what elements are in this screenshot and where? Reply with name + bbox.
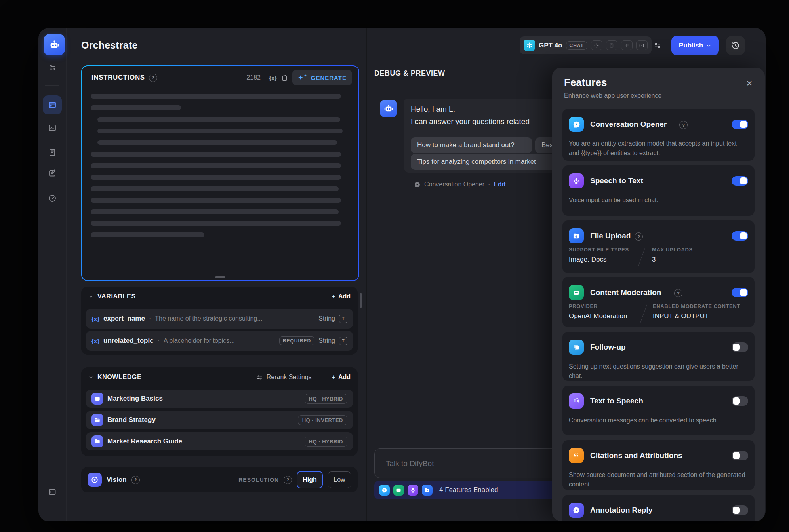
resize-handle[interactable]	[215, 276, 225, 278]
dataset-folder-icon	[91, 414, 103, 426]
knowledge-name: Marketing Basics	[107, 395, 163, 403]
add-knowledge-button[interactable]: +Add	[332, 374, 351, 381]
file-upload-icon	[569, 228, 584, 243]
conversation-opener-icon	[414, 181, 421, 188]
dataset-folder-icon	[91, 393, 103, 405]
instructions-panel[interactable]: INSTRUCTIONS ? 2182 {x} ✦✦ GENERATE	[81, 65, 359, 281]
knowledge-row[interactable]: Brand Strategy HQ · INVERTED	[86, 411, 353, 429]
rerank-settings-button[interactable]: Rerank Settings	[256, 374, 312, 381]
sidebar-item-orchestrate[interactable]	[43, 95, 62, 114]
column-divider	[366, 28, 367, 521]
greeting-line: I can answer your questions related	[411, 117, 530, 126]
generate-button[interactable]: ✦✦ GENERATE	[292, 70, 352, 85]
file-upload-mini-icon	[422, 485, 433, 496]
edit-opener-link[interactable]: Edit	[494, 181, 505, 188]
feature-desc: Voice input can be used in chat.	[569, 196, 747, 205]
model-mode-badge: CHAT	[566, 41, 587, 50]
collapse-sidebar-icon[interactable]	[47, 486, 58, 498]
content-moderation-mini-icon	[393, 485, 404, 496]
sidebar-item-monitoring-icon[interactable]	[47, 193, 58, 204]
toggle-follow-up[interactable]	[732, 342, 748, 352]
variable-icon: {x}	[91, 338, 99, 344]
toggle-text-to-speech[interactable]	[732, 396, 748, 406]
history-icon	[731, 41, 740, 50]
scrollbar-thumb[interactable]	[360, 293, 362, 308]
knowledge-row[interactable]: Marketing Basics HQ · HYBRID	[86, 390, 353, 408]
variable-desc: A placeholder for topics...	[164, 337, 275, 344]
sidebar-divider	[45, 85, 59, 86]
follow-up-icon	[569, 340, 584, 355]
knowledge-row[interactable]: Market Research Guide HQ · HYBRID	[86, 432, 353, 450]
help-icon[interactable]: ?	[674, 289, 682, 297]
resolution-high-button[interactable]: High	[297, 471, 323, 488]
feature-card-file-upload: File Upload ? SUPPORT FILE TYPES Image, …	[562, 220, 755, 273]
divider	[265, 74, 265, 82]
skeleton-line	[91, 186, 339, 191]
speech-to-text-icon	[569, 173, 584, 188]
variable-icon: {x}	[91, 315, 99, 322]
char-count: 2182	[246, 74, 261, 81]
instructions-skeleton-text	[91, 94, 349, 244]
toggle-conversation-opener[interactable]	[732, 120, 748, 129]
string-type-icon: T	[339, 337, 347, 345]
chevron-down-icon[interactable]	[88, 294, 93, 299]
variable-row[interactable]: {x} unrelated_topic · A placeholder for …	[86, 331, 353, 351]
publish-label: Publish	[679, 42, 703, 49]
version-history-button[interactable]	[726, 36, 745, 55]
model-name: GPT-4o	[539, 42, 562, 49]
chevron-down-icon[interactable]	[88, 375, 93, 380]
resolution-low-button[interactable]: Low	[328, 471, 351, 488]
skeleton-line	[91, 94, 341, 99]
variable-row[interactable]: {x} expert_name · The name of the strate…	[86, 309, 353, 329]
field-support-file-types: SUPPORT FILE TYPES Image, Docs	[569, 247, 629, 264]
publish-button[interactable]: Publish	[671, 36, 719, 55]
chevron-down-icon	[706, 43, 711, 48]
variable-desc: The name of the strategic consulting...	[155, 315, 314, 322]
sidebar-item-terminal-icon[interactable]	[47, 122, 58, 133]
skeleton-line	[91, 163, 341, 168]
toggle-content-moderation[interactable]	[732, 288, 748, 297]
app-settings-icon[interactable]	[47, 62, 58, 73]
plus-icon: +	[332, 374, 335, 381]
variables-insert-icon[interactable]: {x}	[269, 74, 277, 81]
add-variable-button[interactable]: +Add	[332, 293, 351, 300]
feature-card-follow-up: Follow-up Setting up next questions sugg…	[562, 332, 755, 381]
toggle-annotation-reply[interactable]	[732, 505, 748, 515]
header-divider	[667, 40, 667, 50]
screen: Orchestrate ✻ GPT-4o CHAT Publish INSTRU…	[0, 0, 789, 532]
vision-icon	[88, 473, 102, 487]
speech-to-text-mini-icon	[408, 485, 418, 496]
citations-icon	[569, 448, 584, 463]
help-icon[interactable]: ?	[132, 476, 140, 484]
sidebar-item-logs-icon[interactable]	[47, 147, 58, 158]
feature-title: Annotation Reply	[590, 506, 652, 515]
variable-name: expert_name	[103, 315, 145, 323]
field-max-uploads: MAX UPLOADS 3	[652, 247, 693, 264]
app-logo-robot-icon[interactable]	[44, 34, 65, 55]
sidebar-divider	[45, 144, 59, 144]
sidebar	[38, 28, 67, 521]
opener-meta-row: Conversation Opener · Edit	[414, 181, 506, 188]
model-parameters-icon[interactable]	[650, 38, 665, 53]
help-icon[interactable]: ?	[635, 232, 643, 241]
suggested-question-chip[interactable]: How to make a brand stand out?	[411, 137, 532, 153]
rerank-icon	[256, 374, 263, 381]
skeleton-line	[97, 129, 343, 133]
help-icon[interactable]: ?	[149, 74, 157, 82]
debug-preview-title: DEBUG & PREVIEW	[374, 69, 445, 78]
toggle-file-upload[interactable]	[732, 231, 748, 241]
required-badge: REQUIRED	[279, 336, 314, 345]
close-icon[interactable]: ✕	[744, 78, 755, 88]
content-moderation-icon	[569, 285, 584, 300]
toggle-speech-to-text[interactable]	[732, 176, 748, 186]
copy-icon[interactable]	[281, 74, 288, 82]
help-icon[interactable]: ?	[679, 121, 688, 129]
variable-type: String	[318, 337, 335, 344]
resolution-label: RESOLUTION	[238, 477, 279, 483]
model-selector[interactable]: ✻ GPT-4o CHAT	[520, 36, 652, 54]
sidebar-item-annotations-icon[interactable]	[47, 167, 58, 179]
toggle-citations[interactable]	[732, 451, 748, 460]
knowledge-name: Market Research Guide	[107, 437, 182, 445]
help-icon[interactable]: ?	[284, 476, 292, 484]
opener-label: Conversation Opener	[424, 181, 484, 188]
